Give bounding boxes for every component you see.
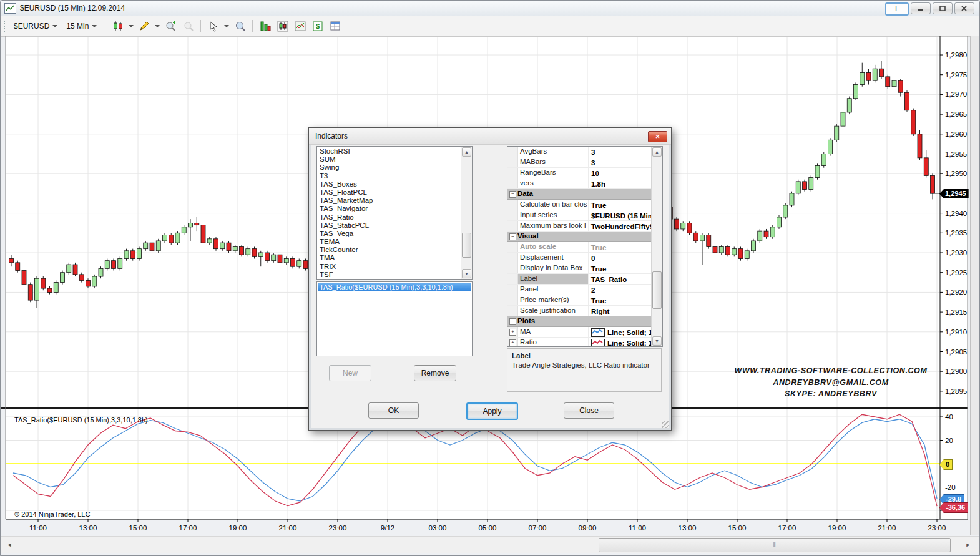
scroll-left-arrow[interactable]: ◄	[3, 539, 16, 551]
property-value[interactable]: 1.8h	[589, 178, 651, 188]
property-value[interactable]: Line; Solid; 1px	[589, 327, 651, 337]
instrument-selector[interactable]: $EURUSD	[11, 21, 60, 32]
scroll-down-arrow[interactable]: ▼	[462, 269, 471, 278]
property-value[interactable]: Right	[589, 306, 651, 316]
chevron-down-icon[interactable]	[155, 25, 160, 27]
property-row-panel[interactable]: Panel2	[507, 285, 651, 295]
indicator-list-item[interactable]: SUM	[318, 155, 461, 163]
property-row-maximum-bars-look-l[interactable]: Maximum bars look lTwoHundredFiftySix	[507, 221, 651, 232]
configured-indicator-item[interactable]: TAS_Ratio($EURUSD (15 Min),3,3,10,1.8h)	[318, 283, 471, 291]
indicator-list-item[interactable]: TAS_StaticPCL	[318, 222, 461, 230]
property-row-vers[interactable]: vers1.8h	[507, 178, 651, 189]
dialog-close-icon[interactable]: ✕	[648, 131, 667, 142]
property-row-rangebars[interactable]: RangeBars10	[507, 168, 651, 178]
zoom-in-icon[interactable]	[164, 19, 177, 33]
property-row-avgbars[interactable]: AvgBars3	[507, 147, 651, 157]
property-value[interactable]: 3	[589, 147, 651, 157]
scroll-right-arrow[interactable]: ►	[962, 539, 974, 551]
indicator-list-item[interactable]: TRIX	[318, 263, 461, 271]
horizontal-scrollbar[interactable]: ◄ ⦀ ►	[1, 536, 980, 553]
indicator-list-item[interactable]: TEMA	[318, 238, 461, 246]
collapse-icon[interactable]: −	[509, 191, 516, 198]
property-value[interactable]: True	[589, 242, 651, 252]
property-value[interactable]: 0	[589, 253, 651, 263]
list-scrollbar[interactable]: ▲ ▼	[461, 147, 472, 279]
indicator-list-item[interactable]: TickCounter	[318, 246, 461, 254]
indicator-list-item[interactable]: TAS_Ratio	[318, 213, 461, 222]
data-box-icon[interactable]	[233, 19, 247, 33]
property-row-input-series[interactable]: Input series$EURUSD (15 Min)	[507, 210, 651, 221]
property-row-auto-scale[interactable]: Auto scaleTrue	[507, 242, 651, 253]
property-value[interactable]: 2	[589, 285, 651, 295]
bar-type-icon[interactable]	[111, 19, 125, 33]
close-button[interactable]	[954, 2, 974, 14]
property-row-displacement[interactable]: Displacement0	[507, 253, 651, 263]
indicator-list-item[interactable]: TMA	[318, 254, 461, 262]
scrollbar-thumb[interactable]	[462, 233, 471, 258]
draw-pencil-icon[interactable]	[137, 19, 151, 33]
property-group-data[interactable]: −Data	[507, 189, 651, 200]
property-value[interactable]: 10	[589, 168, 651, 178]
zoom-out-icon[interactable]	[181, 19, 195, 33]
dialog-titlebar[interactable]: Indicators	[309, 128, 671, 145]
property-row-label[interactable]: LabelTAS_Ratio	[507, 274, 651, 285]
market-analyzer-icon[interactable]	[258, 19, 272, 33]
indicator-list-item[interactable]: TAS_Navigator	[318, 205, 461, 213]
restore-button[interactable]	[933, 2, 953, 14]
property-row-display-in-data-box[interactable]: Display in Data BoxTrue	[507, 263, 651, 274]
property-value[interactable]: Line; Solid; 1px	[589, 338, 651, 347]
expand-icon[interactable]: +	[509, 339, 516, 346]
interval-selector[interactable]: 15 Min	[64, 21, 99, 32]
chart-window-icon[interactable]	[293, 19, 307, 33]
property-value[interactable]: TAS_Ratio	[589, 274, 651, 284]
chevron-down-icon[interactable]	[129, 25, 134, 27]
remove-button[interactable]: Remove	[414, 365, 456, 381]
collapse-icon[interactable]: −	[509, 233, 516, 240]
expand-icon[interactable]: +	[509, 329, 516, 336]
scrollbar-thumb[interactable]: ⦀	[599, 538, 951, 552]
property-group-visual[interactable]: −Visual	[507, 232, 651, 242]
indicator-list-item[interactable]: TAS_Vega	[318, 230, 461, 238]
ok-button[interactable]: OK	[368, 402, 419, 419]
toolbar-grip[interactable]	[3, 20, 6, 32]
property-value[interactable]: TwoHundredFiftySix	[589, 221, 651, 231]
indicator-list-item[interactable]: TAS_FloatPCL	[318, 188, 461, 197]
collapse-icon[interactable]: −	[509, 318, 516, 325]
apply-button[interactable]: Apply	[466, 402, 518, 420]
property-row-price-marker-s-[interactable]: Price marker(s)True	[507, 295, 651, 306]
data-grid-icon[interactable]	[328, 19, 342, 33]
chart-trader-icon[interactable]	[276, 19, 290, 33]
chevron-down-icon[interactable]	[224, 25, 229, 27]
property-row-scale-justification[interactable]: Scale justificationRight	[507, 306, 651, 316]
indicator-list-item[interactable]: TAS_Boxes	[318, 180, 461, 188]
scroll-up-arrow[interactable]: ▲	[652, 147, 662, 157]
indicator-list-item[interactable]: Swing	[318, 163, 461, 172]
property-value[interactable]: True	[589, 263, 651, 273]
property-grid[interactable]: AvgBars3MABars3RangeBars10vers1.8h−DataC…	[507, 146, 663, 347]
resize-grip[interactable]	[662, 421, 669, 428]
indicator-list-item[interactable]: T3	[318, 172, 461, 180]
scroll-up-arrow[interactable]: ▲	[462, 147, 471, 157]
property-value[interactable]: True	[589, 295, 651, 305]
property-row-mabars[interactable]: MABars3	[507, 157, 651, 168]
link-button[interactable]: L	[885, 2, 909, 16]
property-value[interactable]: True	[589, 200, 651, 210]
account-dollar-icon[interactable]: $	[311, 19, 325, 33]
property-row-ratio[interactable]: +RatioLine; Solid; 1px	[507, 338, 651, 347]
property-row-calculate-on-bar-clos[interactable]: Calculate on bar closTrue	[507, 200, 651, 210]
cursor-icon[interactable]	[207, 19, 220, 33]
property-value[interactable]: 3	[589, 157, 651, 167]
property-row-ma[interactable]: +MALine; Solid; 1px	[507, 327, 651, 338]
close-dialog-button[interactable]: Close	[564, 402, 614, 419]
new-button[interactable]: New	[329, 365, 371, 381]
property-group-plots[interactable]: −Plots	[507, 316, 651, 327]
indicator-list-item[interactable]: TSF	[318, 271, 461, 279]
scroll-down-arrow[interactable]: ▼	[652, 336, 662, 346]
indicator-list-item[interactable]: StochRSI	[318, 147, 461, 155]
available-indicators-list[interactable]: StochRSISUMSwingT3TAS_BoxesTAS_FloatPCLT…	[316, 146, 473, 280]
configured-indicators-list[interactable]: TAS_Ratio($EURUSD (15 Min),3,3,10,1.8h)	[316, 281, 473, 356]
scrollbar-thumb[interactable]	[652, 271, 662, 309]
property-value[interactable]: $EURUSD (15 Min)	[589, 210, 651, 220]
indicator-list-item[interactable]: TAS_MarketMap	[318, 197, 461, 205]
minimize-button[interactable]	[911, 2, 931, 14]
